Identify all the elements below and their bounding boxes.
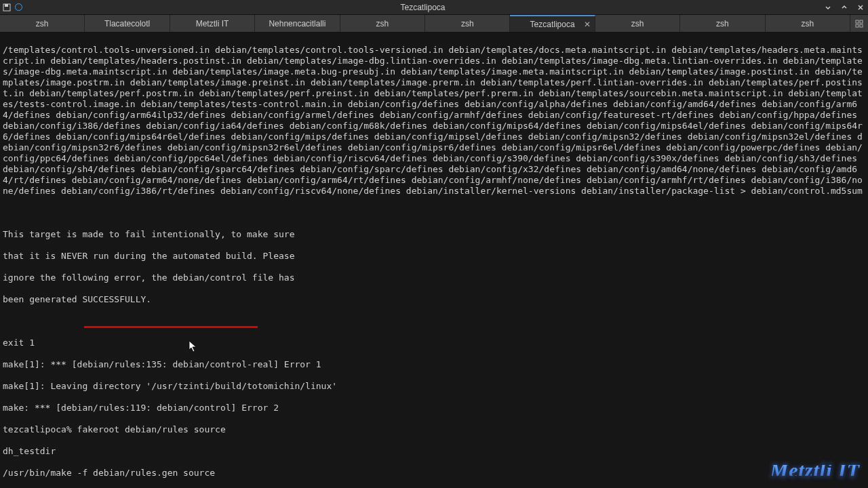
titlebar-left	[3, 3, 22, 12]
tab-nehnencacitlalli[interactable]: Nehnencacitlalli	[255, 15, 340, 32]
tab-bar: zsh Tlacatecolotl Metztli IT Nehnencacit…	[0, 15, 868, 33]
session-indicator-icon	[15, 3, 22, 11]
output-line: ignore the following error, the debian/c…	[3, 272, 865, 283]
window-titlebar: Tezcatlipoca	[0, 0, 868, 15]
svg-rect-7	[860, 24, 863, 27]
highlight-underline	[84, 326, 258, 328]
output-line: make[1]: Leaving directory '/usr/tzinti/…	[3, 381, 865, 392]
svg-rect-6	[856, 24, 859, 27]
output-line: exit 1	[3, 338, 865, 348]
tab-tezcatlipoca[interactable]: Tezcatlipoca ✕	[510, 15, 595, 32]
tab-zsh-1[interactable]: zsh	[0, 15, 85, 32]
output-line: make: *** [debian/rules:119: debian/cont…	[3, 403, 865, 413]
tab-zsh-5[interactable]: zsh	[680, 15, 765, 32]
maximize-button[interactable]	[840, 3, 849, 12]
output-block: /templates/control.tools-unversioned.in …	[3, 45, 863, 196]
prompt-line: tezcatlipoca% fakeroot debian/rules sour…	[3, 424, 865, 435]
close-button[interactable]	[856, 3, 865, 12]
output-line: /usr/bin/make -f debian/rules.gen source	[3, 468, 865, 479]
tab-zsh-2[interactable]: zsh	[340, 15, 425, 32]
save-icon	[3, 3, 11, 12]
tab-tlacatecolotl[interactable]: Tlacatecolotl	[85, 15, 170, 32]
tab-zsh-3[interactable]: zsh	[425, 15, 510, 32]
tab-zsh-4[interactable]: zsh	[595, 15, 680, 32]
tab-grid-button[interactable]	[850, 15, 868, 32]
output-line: been generated SUCCESSFULLY.	[3, 294, 865, 305]
svg-rect-4	[856, 20, 859, 23]
window-controls	[823, 3, 865, 12]
output-line: make[1]: *** [debian/rules:135: debian/c…	[3, 359, 865, 370]
tab-close-icon[interactable]: ✕	[584, 20, 591, 29]
tab-zsh-6[interactable]: zsh	[766, 15, 850, 32]
minimize-button[interactable]	[823, 3, 833, 12]
tab-metztli-it[interactable]: Metztli IT	[170, 15, 255, 32]
window-title: Tezcatlipoca	[22, 3, 823, 12]
terminal-output[interactable]: /templates/control.tools-unversioned.in …	[0, 33, 868, 488]
svg-rect-1	[5, 4, 8, 7]
output-line: that it is NEVER run during the automate…	[3, 251, 865, 262]
watermark-label: Metztli IT	[770, 465, 860, 476]
output-line: dh_testdir	[3, 446, 865, 457]
output-line: This target is made to fail intentionall…	[3, 229, 865, 240]
svg-rect-5	[860, 20, 863, 23]
